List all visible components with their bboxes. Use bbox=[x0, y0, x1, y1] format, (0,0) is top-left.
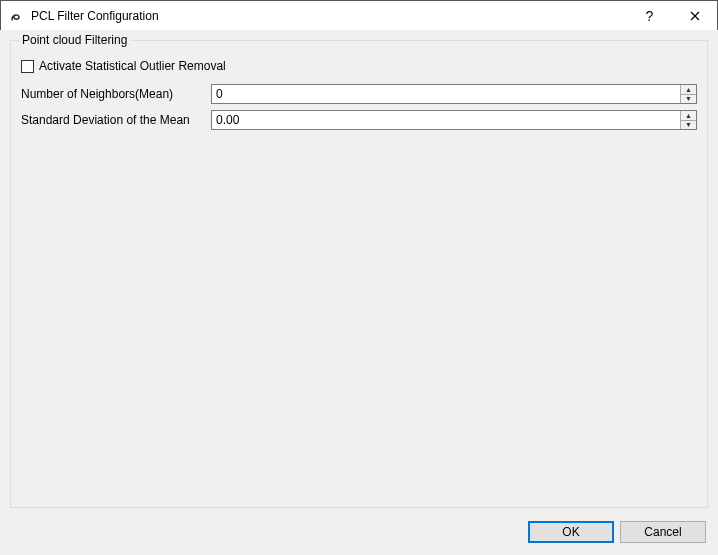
close-button[interactable] bbox=[672, 1, 717, 31]
neighbors-input[interactable] bbox=[212, 85, 680, 103]
activate-outlier-checkbox[interactable] bbox=[21, 60, 34, 73]
stddev-label: Standard Deviation of the Mean bbox=[21, 113, 211, 127]
stddev-stepper: ▲ ▼ bbox=[680, 111, 696, 129]
neighbors-stepper: ▲ ▼ bbox=[680, 85, 696, 103]
dialog-content: Point cloud Filtering Activate Statistic… bbox=[0, 30, 718, 555]
stddev-step-up[interactable]: ▲ bbox=[681, 111, 696, 121]
activate-outlier-checkbox-row[interactable]: Activate Statistical Outlier Removal bbox=[21, 59, 697, 73]
stddev-spinbox[interactable]: ▲ ▼ bbox=[211, 110, 697, 130]
filtering-groupbox: Point cloud Filtering Activate Statistic… bbox=[10, 40, 708, 508]
neighbors-step-down[interactable]: ▼ bbox=[681, 95, 696, 104]
neighbors-step-up[interactable]: ▲ bbox=[681, 85, 696, 95]
ok-button[interactable]: OK bbox=[528, 521, 614, 543]
window-title: PCL Filter Configuration bbox=[31, 9, 627, 23]
cancel-button[interactable]: Cancel bbox=[620, 521, 706, 543]
help-button[interactable]: ? bbox=[627, 1, 672, 31]
titlebar: PCL Filter Configuration ? bbox=[1, 1, 717, 31]
stddev-step-down[interactable]: ▼ bbox=[681, 121, 696, 130]
neighbors-label: Number of Neighbors(Mean) bbox=[21, 87, 211, 101]
stddev-row: Standard Deviation of the Mean ▲ ▼ bbox=[21, 109, 697, 131]
dialog-buttons: OK Cancel bbox=[528, 521, 706, 543]
stddev-input[interactable] bbox=[212, 111, 680, 129]
activate-outlier-label[interactable]: Activate Statistical Outlier Removal bbox=[39, 59, 226, 73]
neighbors-spinbox[interactable]: ▲ ▼ bbox=[211, 84, 697, 104]
groupbox-title: Point cloud Filtering bbox=[19, 33, 130, 47]
app-icon bbox=[9, 8, 25, 24]
neighbors-row: Number of Neighbors(Mean) ▲ ▼ bbox=[21, 83, 697, 105]
